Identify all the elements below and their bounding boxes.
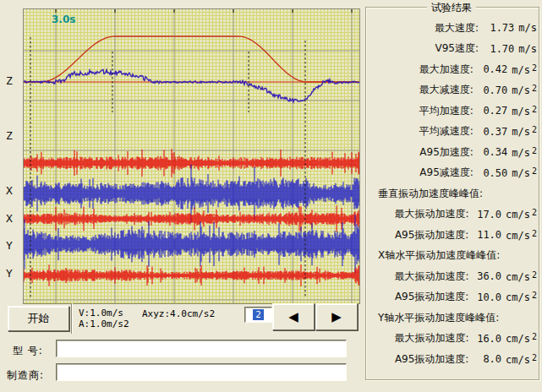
result-unit: m/s2 bbox=[507, 105, 537, 117]
waveform-plot bbox=[24, 9, 359, 303]
separator bbox=[71, 303, 72, 334]
results-section-header: Y轴水平振动加速度峰峰值: bbox=[368, 308, 537, 329]
result-row: A95加速度: 0.34 m/s2 bbox=[368, 142, 537, 163]
result-row: A95振动加速度: 8.0 cm/s2 bbox=[368, 349, 537, 370]
result-unit: m/s2 bbox=[507, 166, 537, 179]
result-label: A95振动加速度: bbox=[368, 290, 468, 304]
channel-label-z-speed: Z bbox=[3, 74, 16, 87]
result-unit: m/s2 bbox=[507, 84, 537, 96]
next-page-button[interactable]: ▶ bbox=[315, 303, 358, 330]
result-label: V95速度: bbox=[368, 41, 479, 56]
results-section-header: X轴水平振动加速度峰峰值: bbox=[368, 246, 537, 267]
vibration-scale-text: Axyz:4.0cm/s2 bbox=[142, 308, 215, 319]
result-unit: cm/s2 bbox=[501, 332, 537, 345]
result-label: 最大振动加速度: bbox=[368, 270, 468, 284]
result-value: 0.37 bbox=[474, 126, 507, 138]
result-label: 最大振动加速度: bbox=[368, 331, 468, 346]
result-unit: cm/s2 bbox=[501, 270, 537, 283]
result-value: 0.50 bbox=[474, 167, 507, 179]
results-panel: 试验结果 最大速度: 1.73 m/s V95速度: 1.70 m/s 最大加速… bbox=[365, 7, 539, 380]
result-value: 16.0 bbox=[468, 333, 501, 345]
channel-label-x2: X bbox=[3, 212, 16, 225]
result-row: 平均减速度: 0.37 m/s2 bbox=[368, 122, 537, 143]
result-unit: cm/s2 bbox=[501, 208, 537, 220]
manufacturer-label: 制造商: bbox=[7, 368, 44, 383]
result-row: A95振动加速度: 10.0 cm/s2 bbox=[368, 287, 537, 308]
result-row: 最大加速度: 0.42 m/s2 bbox=[368, 59, 537, 80]
result-value: 10.0 bbox=[468, 291, 501, 303]
result-unit: m/s bbox=[514, 43, 537, 55]
result-label: 最大速度: bbox=[368, 21, 479, 35]
result-value: 0.34 bbox=[474, 146, 507, 158]
app-window: Z Z X X Y Y 3.0s 开始 V:1.0m/s A:1.0m/s2 A… bbox=[0, 0, 542, 392]
right-triangle-icon: ▶ bbox=[331, 309, 342, 324]
result-label: 最大减速度: bbox=[368, 83, 474, 97]
result-row: V95速度: 1.70 m/s bbox=[368, 39, 537, 60]
result-unit: m/s2 bbox=[507, 63, 537, 76]
results-panel-title: 试验结果 bbox=[427, 1, 476, 15]
prev-page-button[interactable]: ◀ bbox=[272, 303, 315, 330]
result-value: 8.0 bbox=[468, 353, 501, 365]
waveform-chart[interactable]: 3.0s bbox=[23, 8, 360, 304]
result-label: 最大加速度: bbox=[368, 63, 474, 77]
results-section-header: 垂直振动加速度峰峰值: bbox=[368, 183, 537, 204]
result-unit: m/s bbox=[514, 22, 537, 34]
accel-scale-text: A:1.0m/s2 bbox=[79, 318, 129, 329]
left-triangle-icon: ◀ bbox=[288, 309, 298, 324]
result-unit: m/s2 bbox=[507, 146, 537, 159]
result-unit: cm/s2 bbox=[501, 229, 537, 242]
channel-label-y2: Y bbox=[3, 267, 16, 280]
time-scale-label: 3.0s bbox=[52, 14, 75, 25]
result-row: A95减速度: 0.50 m/s2 bbox=[368, 163, 537, 184]
result-row: 平均加速度: 0.27 m/s2 bbox=[368, 101, 537, 122]
channel-label-y1: Y bbox=[3, 239, 16, 252]
model-label: 型 号: bbox=[13, 344, 43, 358]
result-value: 1.70 bbox=[479, 43, 514, 55]
result-row: 最大振动加速度: 36.0 cm/s2 bbox=[368, 266, 537, 287]
result-unit: m/s2 bbox=[507, 125, 537, 138]
speed-scale-text: V:1.0m/s bbox=[79, 308, 129, 318]
result-value: 1.73 bbox=[479, 22, 514, 34]
speed-accel-scale-info: V:1.0m/s A:1.0m/s2 bbox=[79, 308, 129, 329]
result-unit: cm/s2 bbox=[501, 353, 537, 366]
result-row: A95振动加速度: 11.0 cm/s2 bbox=[368, 225, 537, 246]
result-label: A95减速度: bbox=[368, 166, 474, 180]
result-value: 11.0 bbox=[468, 229, 501, 241]
manufacturer-input[interactable] bbox=[56, 363, 347, 381]
result-label: A95振动加速度: bbox=[368, 352, 468, 367]
result-unit: cm/s2 bbox=[501, 291, 537, 303]
result-label: A95振动加速度: bbox=[368, 228, 468, 242]
result-row: 最大振动加速度: 17.0 cm/s2 bbox=[368, 204, 537, 226]
results-rows: 最大速度: 1.73 m/s V95速度: 1.70 m/s 最大加速度: 0.… bbox=[368, 18, 537, 370]
channel-label-z-vibration: Z bbox=[3, 129, 16, 142]
result-value: 36.0 bbox=[468, 270, 501, 282]
result-value: 0.42 bbox=[474, 63, 507, 75]
page-number-value: 2 bbox=[253, 309, 264, 320]
result-label: 最大振动加速度: bbox=[368, 207, 468, 221]
start-button[interactable]: 开始 bbox=[8, 306, 69, 331]
result-row: 最大减速度: 0.70 m/s2 bbox=[368, 80, 537, 101]
result-label: 平均减速度: bbox=[368, 124, 474, 139]
result-value: 0.70 bbox=[474, 84, 507, 96]
result-label: 平均加速度: bbox=[368, 104, 474, 118]
result-value: 17.0 bbox=[468, 209, 501, 220]
model-input[interactable] bbox=[56, 340, 347, 357]
channel-label-x1: X bbox=[3, 184, 16, 197]
result-row: 最大速度: 1.73 m/s bbox=[368, 18, 537, 39]
page-number-input[interactable]: 2 bbox=[244, 307, 272, 323]
result-row: 最大振动加速度: 16.0 cm/s2 bbox=[368, 329, 537, 350]
result-value: 0.27 bbox=[474, 105, 507, 117]
result-label: A95加速度: bbox=[368, 145, 474, 160]
